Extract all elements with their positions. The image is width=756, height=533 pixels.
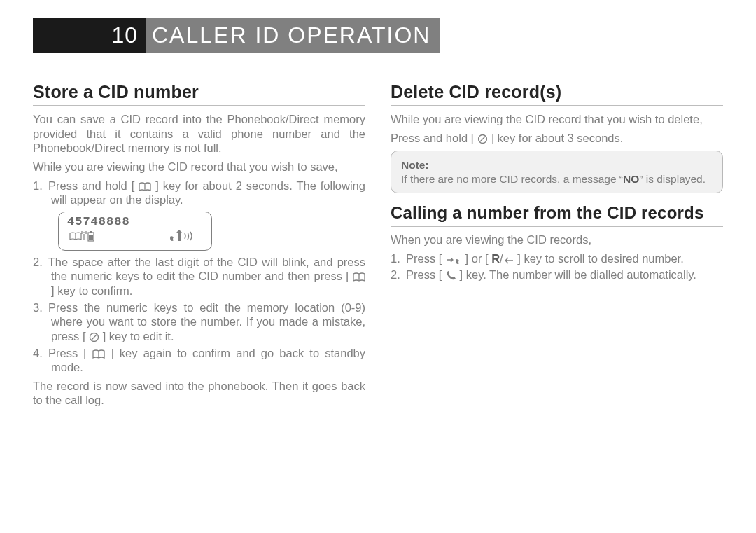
book-alert-icon <box>69 230 97 245</box>
lcd-icon-row <box>67 230 203 245</box>
svg-rect-1 <box>90 231 92 233</box>
page-header: 10 CALLER ID OPERATION <box>33 18 440 53</box>
note-label: Note: <box>401 158 713 172</box>
rule <box>391 226 723 227</box>
text: ] key for about 3 seconds. <box>488 132 624 144</box>
list-item: 1. Press and hold [ ] key for about 2 se… <box>33 179 365 207</box>
svg-line-6 <box>479 136 485 141</box>
text: 2. Press [ <box>391 268 445 281</box>
section-heading-store: Store a CID number <box>33 82 365 102</box>
r-key-label: R <box>491 252 500 265</box>
ordered-list: 1. Press and hold [ ] key for about 2 se… <box>33 179 365 207</box>
page-title: CALLER ID OPERATION <box>146 18 440 53</box>
note-box: Note: If there are no more CID records, … <box>391 151 723 193</box>
redial-icon <box>445 252 462 265</box>
section-heading-calling: Calling a number from the CID records <box>391 203 723 223</box>
rule <box>391 105 723 106</box>
text: 1. Press [ <box>391 252 445 265</box>
paragraph: When you are viewing the CID records, <box>391 233 723 247</box>
list-item: 2. The space after the last digit of the… <box>33 255 365 298</box>
text: ] or [ <box>462 252 491 265</box>
rule <box>33 105 365 106</box>
content-columns: Store a CID number You can save a CID re… <box>33 74 723 412</box>
text: ] key to confirm. <box>51 284 132 297</box>
strong-text: NO <box>623 173 639 185</box>
paragraph: While you are viewing the CID record tha… <box>33 160 365 174</box>
lcd-number: 45748888_ <box>67 215 203 228</box>
text: ] key to edit it. <box>99 330 174 342</box>
text: 1. Press and hold [ <box>33 179 139 192</box>
text: 4. Press [ <box>33 347 92 359</box>
text: ” is displayed. <box>639 173 706 185</box>
book-icon <box>92 347 105 359</box>
list-item: 3. Press the numeric keys to edit the me… <box>33 300 365 344</box>
manual-page: 10 CALLER ID OPERATION Store a CID numbe… <box>0 0 756 533</box>
list-item: 1. Press [ ] or [ R/ ] key to scroll to … <box>391 251 723 266</box>
cancel-icon <box>89 330 99 342</box>
paragraph: The record is now saved into the phonebo… <box>33 379 365 408</box>
svg-line-4 <box>92 334 97 340</box>
text: ] key. The number will be dialled automa… <box>456 268 696 281</box>
page-number: 10 <box>33 18 146 53</box>
right-column: Delete CID record(s) While you are viewi… <box>391 74 723 412</box>
svg-rect-2 <box>89 235 93 240</box>
handset-icon <box>445 268 456 281</box>
handset-antenna-icon <box>168 230 202 245</box>
text: ] key to scroll to desired number. <box>514 252 684 265</box>
left-column: Store a CID number You can save a CID re… <box>33 74 365 412</box>
paragraph: Press and hold [ ] key for about 3 secon… <box>391 131 723 146</box>
text: 2. The space after the last digit of the… <box>33 256 365 283</box>
ordered-list: 1. Press [ ] or [ R/ ] key to scroll to … <box>391 251 723 282</box>
text: If there are no more CID records, a mess… <box>401 173 623 185</box>
text: Press and hold [ <box>391 132 477 144</box>
cancel-icon <box>477 132 488 144</box>
paragraph: While you are viewing the CID record tha… <box>391 112 723 127</box>
arrow-left-icon <box>503 252 514 265</box>
ordered-list: 2. The space after the last digit of the… <box>33 255 365 375</box>
text: 3. Press the numeric keys to edit the me… <box>33 301 365 342</box>
paragraph: You can save a CID record into the Phone… <box>33 112 365 155</box>
book-icon <box>139 179 151 192</box>
section-heading-delete: Delete CID record(s) <box>391 82 723 102</box>
lcd-display: 45748888_ <box>58 212 212 251</box>
list-item: 2. Press [ ] key. The number will be dia… <box>391 268 723 282</box>
list-item: 4. Press [ ] key again to confirm and go… <box>33 346 365 375</box>
book-icon <box>353 270 365 282</box>
